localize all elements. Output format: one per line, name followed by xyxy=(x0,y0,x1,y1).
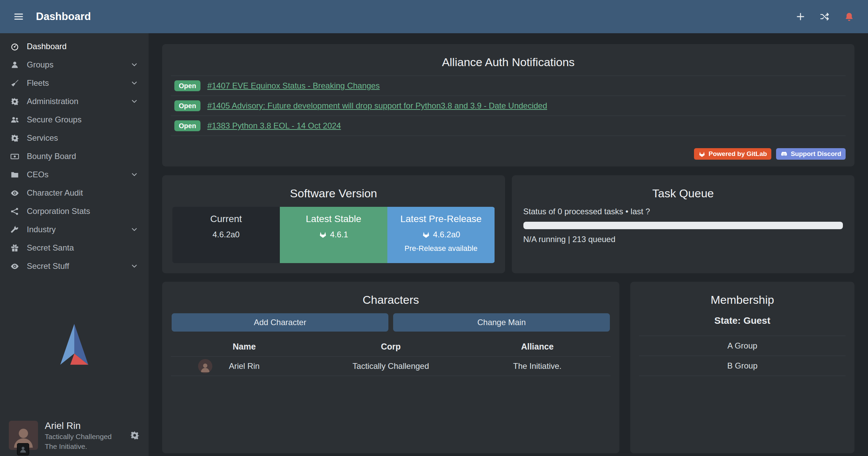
menu-toggle-button[interactable] xyxy=(14,12,24,22)
plus-icon xyxy=(796,12,805,21)
sidebar-item-label: Corporation Stats xyxy=(27,206,90,216)
gitlab-icon xyxy=(698,151,706,158)
chevron-down-icon xyxy=(130,97,138,105)
gitlab-badge-label: Powered by GitLab xyxy=(709,150,767,158)
change-main-button[interactable]: Change Main xyxy=(393,313,610,332)
version-card-label: Current xyxy=(176,214,276,224)
sidebar-item-bounty-board[interactable]: Bounty Board xyxy=(0,147,149,165)
sidebar-item-secret-stuff[interactable]: Secret Stuff xyxy=(0,257,149,275)
prerelease-note: Pre-Release available xyxy=(391,244,491,253)
character-corp: Tactically Challenged xyxy=(317,357,464,376)
sidebar-item-character-audit[interactable]: Character Audit xyxy=(0,184,149,202)
gears-icon xyxy=(10,134,19,143)
badge-row: Powered by GitLab Support Discord xyxy=(171,148,846,160)
character-name: Ariel Rin xyxy=(229,361,260,371)
notification-row: Open #1383 Python 3.8 EOL - 14 Oct 2024 xyxy=(171,116,846,136)
column-header-alliance: Alliance xyxy=(464,337,611,357)
notification-row: Open #1407 EVE Equinox Status - Breaking… xyxy=(171,76,846,96)
sidebar-item-label: Secret Stuff xyxy=(27,261,69,271)
sidebar-item-label: Character Audit xyxy=(27,188,83,198)
membership-group: A Group xyxy=(639,336,846,356)
column-header-corp: Corp xyxy=(317,337,464,357)
user-settings-button[interactable] xyxy=(130,430,140,440)
add-character-button[interactable]: Add Character xyxy=(172,313,388,332)
sidebar-logo-area xyxy=(0,275,149,415)
sidebar-item-groups[interactable]: Groups xyxy=(0,56,149,74)
task-queue-body: Status of 0 processed tasks • last ? N/A… xyxy=(521,207,846,244)
sidebar-item-administration[interactable]: Administration xyxy=(0,92,149,111)
sidebar-item-dashboard[interactable]: Dashboard xyxy=(0,37,149,56)
sidebar-item-label: Secret Santa xyxy=(27,243,74,253)
membership-panel: Membership State: Guest A Group B Group xyxy=(630,282,854,453)
version-card-label: Latest Pre-Release xyxy=(391,214,491,224)
version-cards: Current 4.6.2a0 Latest Stable 4.6.1 xyxy=(172,207,495,263)
membership-group: B Group xyxy=(639,356,846,376)
version-card-prerelease: Latest Pre-Release 4.6.2a0 Pre-Release a… xyxy=(387,207,495,263)
task-progress-bar xyxy=(523,222,843,229)
sidebar-item-label: Industry xyxy=(27,225,56,234)
person-icon xyxy=(199,361,211,373)
characters-panel: Characters Add Character Change Main Nam… xyxy=(162,282,619,453)
characters-title: Characters xyxy=(171,293,611,306)
money-bill-icon xyxy=(10,152,19,161)
gitlab-badge[interactable]: Powered by GitLab xyxy=(694,148,771,160)
sidebar-item-services[interactable]: Services xyxy=(0,129,149,147)
character-avatar xyxy=(198,359,212,373)
discord-badge-label: Support Discord xyxy=(791,150,841,158)
gears-icon xyxy=(10,97,19,106)
sidebar-item-label: Administration xyxy=(27,97,78,106)
version-card-stable: Latest Stable 4.6.1 xyxy=(280,207,387,263)
sidebar-item-label: Groups xyxy=(27,60,54,70)
app-root: Dashboard Dashboard Groups xyxy=(0,0,868,456)
sidebar-item-corporation-stats[interactable]: Corporation Stats xyxy=(0,202,149,220)
gift-icon xyxy=(10,243,19,253)
character-row: Ariel Rin Tactically Challenged The Init… xyxy=(171,357,611,376)
gear-icon xyxy=(130,430,140,440)
sidebar-item-label: Fleets xyxy=(27,78,49,88)
wrench-icon xyxy=(10,225,19,234)
shuffle-icon xyxy=(819,12,830,22)
task-queue-counts: N/A running | 213 queued xyxy=(523,235,843,244)
characters-table-header-row: Name Corp Alliance xyxy=(171,337,611,357)
notifications-button[interactable] xyxy=(844,12,854,22)
notification-row: Open #1405 Advisory: Future development … xyxy=(171,96,846,116)
notification-link[interactable]: #1407 EVE Equinox Status - Breaking Chan… xyxy=(207,81,380,91)
user-avatar-wrap xyxy=(9,421,38,450)
main-content: Alliance Auth Notifications Open #1407 E… xyxy=(149,33,868,456)
sidebar-item-ceos[interactable]: CEOs xyxy=(0,165,149,184)
sidebar-item-secret-santa[interactable]: Secret Santa xyxy=(0,239,149,257)
middle-row: Software Version Current 4.6.2a0 Latest … xyxy=(162,175,854,273)
sidebar-item-label: CEOs xyxy=(27,170,49,179)
top-navbar: Dashboard xyxy=(0,0,868,33)
person-icon xyxy=(19,445,27,453)
chevron-down-icon xyxy=(130,61,138,69)
notification-link[interactable]: #1405 Advisory: Future development will … xyxy=(207,101,547,111)
sidebar-item-industry[interactable]: Industry xyxy=(0,220,149,239)
notification-link[interactable]: #1383 Python 3.8 EOL - 14 Oct 2024 xyxy=(207,121,341,131)
user-icon xyxy=(10,60,19,70)
bottom-row: Characters Add Character Change Main Nam… xyxy=(162,282,854,453)
corp-logo xyxy=(17,443,29,455)
add-button[interactable] xyxy=(796,12,805,21)
gitlab-icon xyxy=(422,231,430,239)
characters-table: Name Corp Alliance xyxy=(171,337,611,376)
gitlab-icon xyxy=(319,231,327,239)
main-area: Alliance Auth Notifications Open #1407 E… xyxy=(149,33,868,456)
navbar-actions xyxy=(796,12,854,22)
bell-icon xyxy=(844,12,854,22)
sidebar-item-secure-groups[interactable]: Secure Groups xyxy=(0,111,149,129)
gauge-icon xyxy=(10,42,19,51)
notifications-panel: Alliance Auth Notifications Open #1407 E… xyxy=(162,44,854,166)
status-badge: Open xyxy=(174,80,200,91)
membership-title: Membership xyxy=(639,293,846,306)
sidebar: Dashboard Groups Fleets Administration xyxy=(0,33,149,456)
sidebar-item-fleets[interactable]: Fleets xyxy=(0,74,149,92)
folder-icon xyxy=(10,170,19,179)
task-queue-status: Status of 0 processed tasks • last ? xyxy=(523,207,843,216)
status-badge: Open xyxy=(174,100,200,111)
eye-icon xyxy=(10,262,19,271)
discord-badge[interactable]: Support Discord xyxy=(776,148,846,160)
hamburger-icon xyxy=(14,12,24,22)
sidebar-item-label: Services xyxy=(27,133,58,143)
random-character-button[interactable] xyxy=(819,12,830,22)
